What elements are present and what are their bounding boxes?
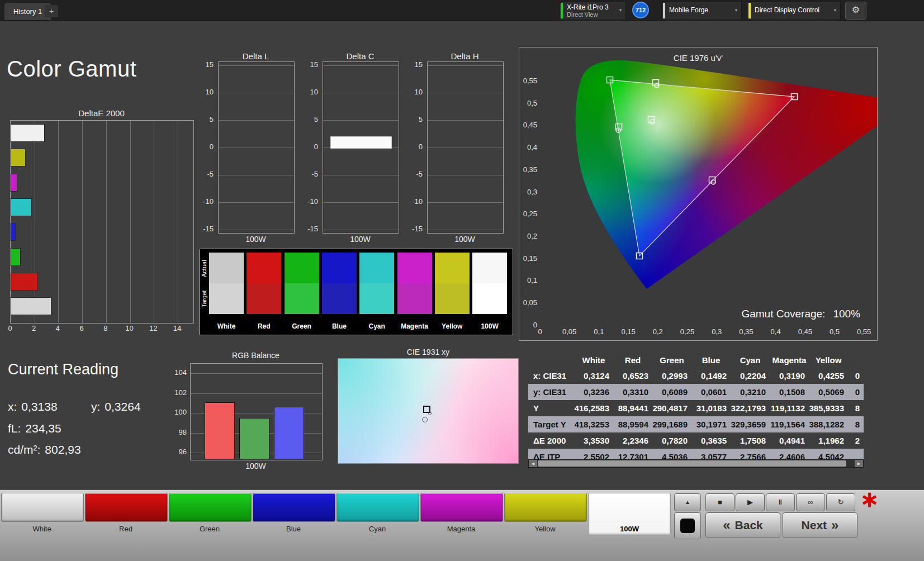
delta-y-tick-label: -5 [192,170,214,178]
pattern-label: Yellow [504,525,586,533]
swatch-actual-magenta [397,253,432,283]
gridline [323,202,399,203]
cell-value: 119,1564 [770,420,809,429]
cell-value: 2,5502 [574,452,613,459]
gridline [428,120,503,121]
cell-value: 0,2204 [731,371,770,381]
cell-value: 0,3310 [613,387,652,397]
delta-y-tick-label: -15 [192,225,214,233]
row-label: Target Y [528,420,574,429]
next-button[interactable]: Next » [783,512,857,538]
play-button[interactable]: ▶ [736,493,765,511]
scroll-right-button[interactable]: ▶ [855,460,863,467]
cell-value: 12,7301 [613,452,652,459]
current-reading-fl: fL:234,35 [8,422,61,435]
pause-icon: Ⅱ [779,498,782,506]
rgb-y-tick-label: 96 [163,448,187,456]
back-button[interactable]: « Back [705,512,780,538]
pattern-window-button[interactable] [674,512,701,539]
pause-button[interactable]: Ⅱ [766,493,795,511]
deltae-x-tick-label: 8 [98,324,113,332]
table-row: Y416,258388,9441290,481731,0183322,17931… [528,400,864,416]
pattern-button-red[interactable] [85,493,168,522]
swatch-column-label: Cyan [358,322,396,330]
loop-button[interactable]: ∞ [796,493,825,511]
gridline [191,393,322,394]
current-reading-cdm2: cd/m²:802,93 [8,443,81,457]
cell-value: 4,5036 [652,452,691,459]
row-label: ΔE ITP [528,452,574,459]
cell-value: 0,6089 [652,387,691,397]
column-header: Green [652,355,691,365]
pattern-button-white[interactable] [1,493,84,522]
gridline [428,175,503,175]
cie-x-tick-label: 0,3 [705,327,728,336]
y-label: y: [91,400,100,413]
swatch-column-label: 100W [471,322,509,330]
table-scrollbar[interactable]: ◀ ▶ [528,459,864,468]
deltae-x-tick-label: 6 [74,324,89,332]
cie-y-tick-label: 0,05 [519,298,537,307]
delta-y-tick-label: -10 [192,197,214,206]
rgb-y-tick-label: 102 [163,388,187,397]
refresh-button[interactable]: ↻ [826,493,855,511]
gridline [191,373,322,374]
cell-value: 299,1689 [652,420,691,429]
column-header: Yellow [809,355,848,365]
pattern-label: 100W [589,525,670,533]
stop-button[interactable]: ■ [705,493,735,511]
delta-y-tick-label: 5 [192,115,214,123]
chromaticity-horseshoe [519,47,877,340]
cell-value: 0,1492 [691,371,731,381]
cell-value: 8 [848,403,864,413]
cell-value: 0 [848,387,864,397]
deltae-x-tick-label: 10 [122,324,138,332]
cell-value: 0,7820 [652,436,691,445]
next-label: Next [802,519,827,532]
swatch-actual-100w [472,253,507,283]
gamut-coverage-value: 100% [833,308,860,320]
pattern-button-yellow[interactable] [504,493,587,522]
stop-icon: ■ [718,498,722,506]
swatch-column-label: Blue [320,322,358,330]
pattern-button-magenta[interactable] [420,493,503,522]
swatch-actual-cyan [359,253,394,283]
cie-x-tick-label: 0,55 [853,327,875,336]
rgb-balance-chart [190,363,323,460]
pattern-button-green[interactable] [169,493,252,522]
cie-y-tick-label: 0,2 [519,232,537,240]
cell-value: 416,2583 [574,403,613,413]
bottom-bar: ▲ ∗ « Back Next » WhiteRedGreenBlueCyanM… [0,489,924,561]
swatch-column-label: Green [283,322,321,330]
delta-y-tick-label: 0 [192,142,214,151]
next-chevron-icon: » [831,520,838,531]
cell-value: 88,9594 [613,420,652,429]
pattern-button-100w[interactable]: 100W [588,493,671,535]
loop-icon: ∞ [808,498,813,506]
pattern-button-blue[interactable] [253,493,335,522]
row-label: ΔE 2000 [528,436,574,445]
pattern-label: Green [169,525,250,533]
delta-y-tick-label: 15 [297,60,318,69]
cell-value: 418,3253 [574,420,613,429]
scrollbar-thumb[interactable] [538,460,846,467]
column-header: Blue [691,355,731,365]
rgb-balance-x-label: 100W [190,462,321,470]
delta-y-tick-label: -15 [401,225,423,233]
delta-chart-title: Delta C [323,51,398,61]
pattern-button-cyan[interactable] [337,493,419,522]
cell-value: 31,0183 [691,403,731,413]
gridline [428,230,503,230]
delta-y-tick-label: 10 [401,88,423,96]
delta-x-axis-label: 100W [427,235,503,244]
scroll-left-button[interactable]: ◀ [529,460,537,467]
column-header: White [574,355,613,365]
row-label: x: CIE31 [528,371,574,381]
pattern-panel-up-button[interactable]: ▲ [674,493,701,511]
cie-x-tick-label: 0,2 [647,327,669,336]
cie-x-tick-label: 0,35 [735,327,757,336]
cie-x-tick-label: 0,5 [823,327,846,336]
gamut-coverage-label: Gamut Coverage: [741,308,825,320]
swatch-target-cyan [359,283,394,314]
delta-y-tick-label: 10 [297,88,318,96]
